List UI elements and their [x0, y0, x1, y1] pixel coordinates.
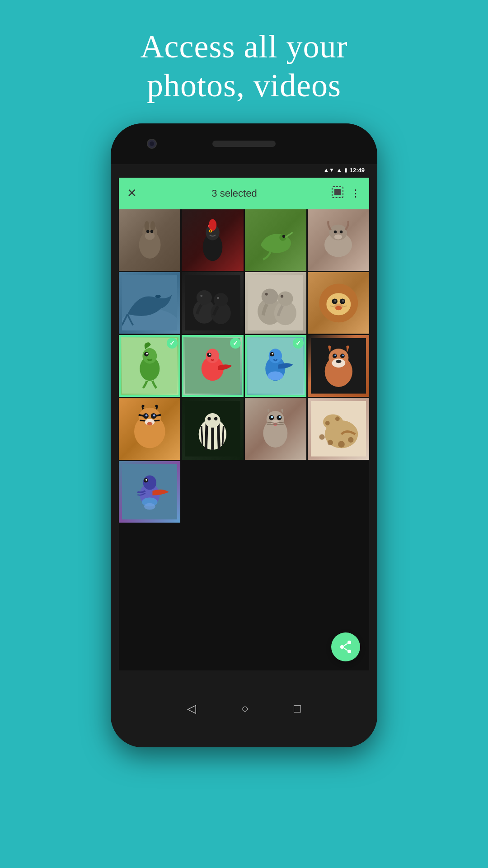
svg-point-61 — [267, 372, 283, 381]
svg-point-97 — [271, 416, 273, 418]
svg-point-15 — [282, 235, 286, 238]
photo-16-leopard — [308, 398, 369, 460]
photo-cell-14[interactable]: ✓ — [182, 398, 243, 460]
svg-point-47 — [140, 357, 160, 381]
phone-camera — [147, 139, 157, 149]
phone-screen: ▲▼ ▲ ▮ 12:49 ✕ 3 selected — [119, 163, 369, 670]
svg-point-30 — [217, 297, 219, 299]
photo-8-lion — [308, 272, 369, 334]
status-bar: ▲▼ ▲ ▮ 12:49 — [119, 163, 369, 178]
svg-line-88 — [202, 426, 202, 446]
svg-point-33 — [262, 288, 278, 304]
selected-count-label: 3 selected — [144, 188, 324, 199]
photo-cell-6[interactable]: ✓ — [182, 272, 243, 334]
svg-point-110 — [338, 441, 345, 448]
select-all-button[interactable] — [332, 186, 343, 201]
photo-cell-8[interactable]: ✓ — [308, 272, 369, 334]
photo-15-cat — [245, 398, 306, 460]
svg-point-50 — [146, 353, 148, 355]
photo-cell-12[interactable]: ✓ — [308, 335, 369, 396]
photo-cell-1[interactable]: ✓ — [119, 209, 180, 271]
svg-point-121 — [347, 641, 351, 644]
more-options-button[interactable]: ⋮ — [351, 188, 361, 199]
page-title: Access all your photos, videos — [141, 27, 348, 105]
photo-cell-17[interactable]: ✓ — [119, 461, 180, 523]
photo-7-elephants2 — [245, 272, 306, 334]
check-badge-11: ✓ — [293, 338, 304, 349]
svg-point-79 — [145, 415, 147, 417]
svg-point-59 — [270, 352, 274, 357]
photo-6-elephants — [182, 272, 243, 334]
photo-cell-10[interactable]: ✓ — [182, 335, 243, 396]
photo-10-bird — [182, 335, 243, 396]
svg-point-68 — [334, 354, 336, 356]
share-icon — [338, 640, 353, 654]
svg-point-26 — [197, 290, 212, 305]
svg-point-35 — [278, 291, 293, 306]
svg-point-7 — [146, 230, 149, 233]
photo-cell-13[interactable]: ✓ — [119, 398, 180, 460]
svg-point-116 — [143, 475, 156, 490]
svg-point-54 — [207, 353, 211, 357]
svg-point-37 — [281, 295, 283, 297]
signal-icon: ▲ — [337, 167, 342, 174]
close-button[interactable]: ✕ — [127, 188, 137, 199]
svg-point-28 — [214, 293, 228, 306]
svg-point-122 — [340, 645, 344, 649]
svg-point-57 — [266, 357, 286, 381]
svg-point-112 — [325, 421, 329, 425]
check-badge-10: ✓ — [230, 338, 241, 349]
svg-point-49 — [144, 352, 149, 357]
svg-point-119 — [145, 479, 147, 481]
status-time: 12:49 — [350, 167, 365, 174]
battery-icon: ▮ — [344, 167, 347, 174]
photo-cell-3[interactable]: ✓ — [245, 209, 306, 271]
photo-9-parrot — [119, 335, 180, 396]
svg-rect-46 — [122, 338, 178, 394]
phone-speaker — [212, 141, 276, 147]
photo-13-tiger — [119, 398, 180, 460]
svg-line-89 — [222, 426, 223, 446]
photo-17-kingfisher — [119, 461, 180, 523]
svg-rect-51 — [185, 338, 240, 394]
svg-rect-56 — [248, 338, 303, 394]
back-nav-button[interactable]: ◁ — [187, 702, 196, 716]
check-badge-9: ✓ — [167, 338, 178, 349]
home-nav-button[interactable]: ○ — [241, 702, 249, 716]
svg-point-113 — [335, 417, 340, 421]
svg-point-43 — [342, 300, 344, 302]
svg-line-124 — [344, 643, 347, 646]
photo-cell-7[interactable]: ✓ — [245, 272, 306, 334]
photo-cell-16[interactable]: ✓ — [308, 398, 369, 460]
svg-point-55 — [209, 354, 211, 355]
photo-cell-15[interactable]: ✓ — [245, 398, 306, 460]
photo-4-yak — [308, 209, 369, 271]
svg-rect-1 — [334, 189, 341, 195]
svg-point-90 — [205, 413, 220, 428]
svg-point-91 — [207, 417, 211, 420]
photo-cell-4[interactable]: ✓ — [308, 209, 369, 271]
photo-cell-11[interactable]: ✓ — [245, 335, 306, 396]
photo-2-rooster — [182, 209, 243, 271]
svg-point-36 — [265, 292, 268, 295]
svg-rect-24 — [185, 275, 240, 331]
svg-point-52 — [202, 357, 224, 381]
svg-point-20 — [334, 235, 342, 240]
photo-cell-2[interactable]: ✓ — [182, 209, 243, 271]
photo-cell-5[interactable]: ✓ — [119, 272, 180, 334]
svg-point-108 — [319, 434, 324, 440]
recents-nav-button[interactable]: □ — [294, 702, 301, 716]
svg-point-13 — [210, 231, 211, 232]
share-fab[interactable] — [331, 632, 360, 661]
photo-12-fox — [308, 335, 369, 396]
svg-point-45 — [335, 306, 342, 310]
photo-5-whale — [119, 272, 180, 334]
svg-point-42 — [334, 300, 336, 302]
svg-point-18 — [334, 231, 337, 234]
svg-point-60 — [272, 353, 274, 355]
svg-point-5 — [150, 221, 155, 231]
svg-point-29 — [200, 295, 202, 297]
photo-cell-9[interactable]: ✓ — [119, 335, 180, 396]
svg-point-69 — [342, 354, 344, 356]
svg-point-70 — [336, 360, 341, 363]
